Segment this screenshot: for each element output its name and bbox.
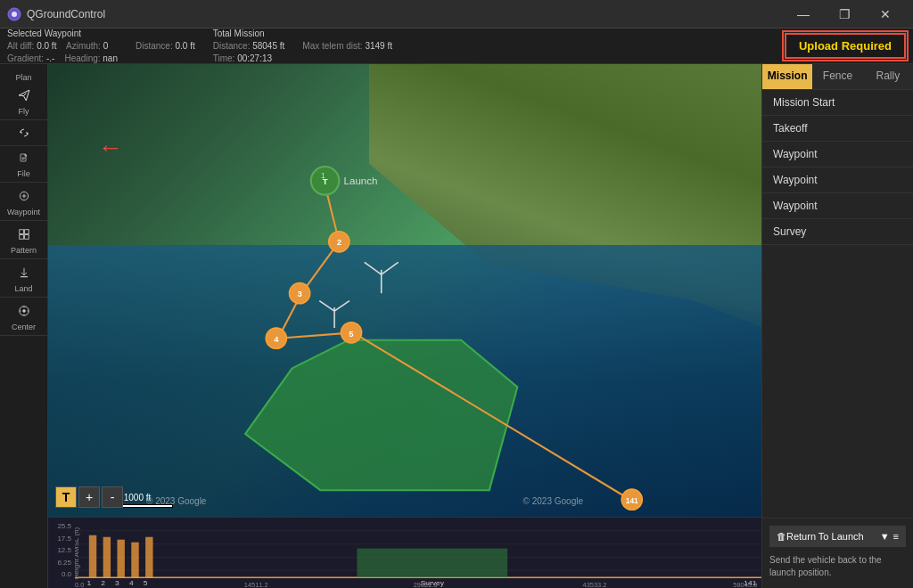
panel-item-survey[interactable]: Survey — [762, 219, 913, 245]
close-button[interactable]: ✕ — [865, 0, 906, 29]
y-axis-label: Height AMSL (ft) — [75, 527, 80, 578]
svg-rect-10 — [19, 235, 23, 240]
distance-group: Distance: 0.0 ft — [136, 40, 195, 53]
restore-button[interactable]: ❐ — [824, 0, 865, 29]
svg-text:29022.3: 29022.3 — [414, 582, 438, 588]
svg-rect-8 — [19, 230, 23, 234]
titlebar-left: QGroundControl — [7, 7, 105, 21]
total-mission-group: Total Mission Distance: 58045 ft Time: 0… — [213, 28, 285, 65]
plan-label: Plan — [15, 73, 31, 82]
rtl-trash-icon: 🗑 — [777, 531, 786, 542]
main-content: Plan Fly File — [0, 64, 913, 588]
tab-mission[interactable]: Mission — [762, 64, 812, 89]
pattern-icon — [14, 225, 34, 244]
panel-items: Mission Start Takeoff Waypoint Waypoint … — [762, 90, 913, 518]
sidebar-file-section[interactable]: File — [0, 146, 47, 183]
app-title: QGroundControl — [27, 8, 105, 20]
sidebar-land-section[interactable]: Land — [0, 259, 47, 298]
rtl-dropdown-icon: ▼ — [880, 531, 890, 542]
svg-text:2: 2 — [101, 579, 105, 587]
return-to-launch-button[interactable]: 🗑 Return To Launch ▼ ≡ — [769, 526, 906, 547]
rtl-menu-icon[interactable]: ≡ — [893, 531, 899, 542]
zoom-t-button[interactable]: T — [55, 486, 77, 508]
panel-item-waypoint-1[interactable]: Waypoint — [762, 142, 913, 167]
right-panel: Mission Fence Rally Mission Start Takeof… — [761, 64, 913, 588]
minimize-button[interactable]: — — [783, 0, 824, 29]
zoom-controls: T + - — [55, 486, 123, 508]
height-profile: 25.5 17.5 12.5 6.25 0.0 — [48, 517, 761, 588]
center-icon — [14, 301, 34, 321]
land-icon — [14, 263, 34, 282]
selected-waypoint-group: Selected Waypoint Alt diff: 0.0 ft Azimu… — [7, 28, 118, 65]
svg-text:14511.2: 14511.2 — [244, 582, 268, 588]
rtl-section: 🗑 Return To Launch ▼ ≡ Send the vehicle … — [762, 518, 913, 588]
rtl-label: Return To Launch — [786, 531, 864, 542]
svg-rect-51 — [103, 537, 111, 577]
panel-item-waypoint-3[interactable]: Waypoint — [762, 193, 913, 219]
svg-text:4: 4 — [129, 579, 134, 587]
map-background — [48, 64, 761, 517]
upload-required-button[interactable]: Upload Required — [785, 33, 906, 59]
zoom-in-button[interactable]: + — [78, 486, 100, 508]
sync-icon — [15, 124, 33, 142]
tab-rally[interactable]: Rally — [863, 64, 913, 89]
water — [48, 245, 761, 517]
svg-rect-11 — [24, 235, 29, 240]
file-icon — [15, 150, 33, 167]
svg-text:43533.2: 43533.2 — [583, 582, 607, 588]
scale-label: 1000 ft — [124, 493, 152, 502]
svg-text:5: 5 — [144, 579, 148, 587]
sidebar-center-section[interactable]: Center — [0, 298, 47, 336]
svg-rect-9 — [24, 230, 29, 234]
waypoint-label: Waypoint — [7, 208, 40, 216]
svg-rect-52 — [117, 540, 124, 577]
zoom-out-button[interactable]: - — [102, 486, 123, 508]
fly-icon[interactable] — [14, 86, 34, 105]
titlebar: QGroundControl — ❐ ✕ — [0, 0, 913, 29]
app-icon — [7, 7, 21, 21]
svg-text:1: 1 — [86, 579, 91, 587]
sidebar-pattern-section[interactable]: Pattern — [0, 221, 47, 259]
svg-point-14 — [22, 309, 26, 313]
svg-point-1 — [12, 12, 17, 17]
max-telem-group: Max telem dist: 3149 ft — [302, 40, 392, 53]
panel-item-waypoint-2[interactable]: Waypoint — [762, 167, 913, 193]
sidebar-waypoint-section[interactable]: Waypoint — [0, 183, 47, 221]
land-label: Land — [14, 284, 32, 293]
titlebar-controls: — ❐ ✕ — [783, 0, 906, 29]
svg-text:58045.0: 58045.0 — [733, 582, 757, 588]
map-container[interactable]: → — [48, 64, 761, 588]
sidebar: Plan Fly File — [0, 64, 48, 588]
sidebar-plan-section: Plan Fly — [0, 68, 47, 120]
svg-rect-55 — [357, 549, 507, 578]
panel-item-takeoff[interactable]: Takeoff — [762, 116, 913, 142]
fly-label: Fly — [19, 107, 29, 116]
pattern-label: Pattern — [11, 246, 37, 255]
file-label: File — [17, 169, 30, 178]
panel-item-mission-start[interactable]: Mission Start — [762, 90, 913, 116]
svg-rect-50 — [89, 535, 96, 577]
center-label: Center — [12, 323, 36, 331]
svg-text:0.0: 0.0 — [75, 582, 84, 588]
svg-rect-53 — [131, 543, 138, 578]
profile-y-labels: 25.5 17.5 12.5 6.25 0.0 — [48, 522, 73, 578]
waypoint-add-icon — [14, 186, 34, 206]
svg-rect-54 — [145, 537, 152, 577]
panel-tabs: Mission Fence Rally — [762, 64, 913, 90]
profile-canvas: 1 2 3 4 5 Survey 141 0.0 14511.2 29022.3… — [75, 518, 761, 588]
tab-fence[interactable]: Fence — [812, 64, 862, 89]
rtl-description: Send the vehicle back to the launch posi… — [769, 552, 906, 581]
gradient-value: Gradient: -.- Heading: nan — [7, 53, 118, 65]
sidebar-sync-section[interactable] — [0, 120, 47, 146]
svg-text:3: 3 — [115, 579, 119, 587]
infobar: Selected Waypoint Alt diff: 0.0 ft Azimu… — [0, 29, 913, 64]
alt-diff-value: Alt diff: 0.0 ft Azimuth: 0 — [7, 40, 118, 53]
selected-waypoint-label: Selected Waypoint — [7, 28, 118, 40]
